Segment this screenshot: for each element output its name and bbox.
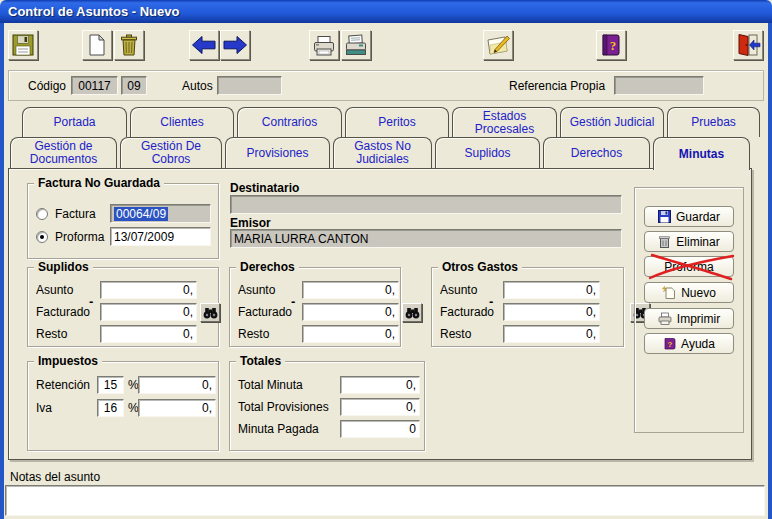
- suplidos-resto-field[interactable]: 0,: [100, 325, 197, 343]
- derechos-resto-field[interactable]: 0,: [302, 325, 399, 343]
- suplidos-group: Suplidos Asunto 0, Facturado 0, Resto 0,: [27, 267, 219, 347]
- emisor-label: Emisor: [230, 216, 271, 230]
- derechos-search-button[interactable]: [402, 303, 422, 322]
- retencion-pct-field[interactable]: 15: [97, 376, 124, 394]
- proforma-radio[interactable]: [36, 231, 48, 243]
- eliminar-button[interactable]: Eliminar: [644, 231, 734, 252]
- new-page-small-icon: [662, 286, 676, 299]
- tab-minutas[interactable]: Minutas: [653, 137, 750, 170]
- tab-gestion-de-documentos[interactable]: Gestión de Documentos: [10, 137, 117, 168]
- total-minuta-field[interactable]: 0,: [340, 376, 420, 394]
- tab-clientes[interactable]: Clientes: [130, 107, 234, 137]
- otros-gastos-asunto-field[interactable]: 0,: [503, 281, 600, 299]
- svg-text:?: ?: [668, 340, 673, 349]
- otros-gastos-group-title: Otros Gastos: [438, 260, 522, 274]
- binoculars-icon: [405, 307, 420, 319]
- arrow-right-icon: [222, 33, 248, 57]
- guardar-button[interactable]: Guardar: [644, 206, 734, 227]
- derechos-facturado-field[interactable]: 0,: [302, 303, 399, 321]
- iva-label: Iva: [36, 401, 52, 415]
- suplidos-search-button[interactable]: [200, 303, 220, 322]
- proforma-label: Proforma: [664, 260, 713, 274]
- notepad-pencil-icon: [485, 32, 511, 58]
- help-book-small-icon: ?: [663, 337, 676, 350]
- codigo-label: Código: [28, 79, 66, 93]
- selected-text: 00064/09: [114, 207, 168, 221]
- print-preview-button[interactable]: [309, 30, 339, 60]
- referencia-propia-field[interactable]: [614, 76, 704, 95]
- destinatario-label: Destinatario: [230, 181, 299, 195]
- codigo-suffix-field[interactable]: 09: [121, 76, 147, 95]
- iva-amount-field[interactable]: 0,: [138, 399, 216, 417]
- trash-icon: [117, 33, 141, 57]
- factura-number-field[interactable]: 00064/09: [110, 204, 211, 223]
- referencia-propia-label: Referencia Propia: [509, 79, 605, 93]
- codigo-field[interactable]: 00117: [71, 76, 118, 95]
- new-record-button[interactable]: [82, 30, 112, 60]
- proforma-date-field[interactable]: 13/07/2009: [110, 227, 211, 246]
- factura-radio-label: Factura: [55, 207, 96, 221]
- previous-record-button[interactable]: [189, 30, 219, 60]
- printer-icon: [312, 33, 336, 57]
- sign-notes-button[interactable]: [483, 30, 513, 60]
- actions-panel: Guardar Eliminar Proforma: [634, 187, 744, 433]
- derechos-asunto-field[interactable]: 0,: [302, 281, 399, 299]
- impuestos-group: Impuestos Retención 15 % 0, Iva 16 % 0,: [27, 361, 219, 451]
- imprimir-button[interactable]: Imprimir: [644, 308, 734, 329]
- ayuda-label: Ayuda: [681, 337, 715, 351]
- tab-gestion-de-cobros[interactable]: Gestión De Cobros: [120, 137, 222, 168]
- tab-provisiones[interactable]: Provisiones: [225, 137, 330, 168]
- tab-pruebas[interactable]: Pruebas: [667, 107, 760, 137]
- derechos-group-title: Derechos: [236, 260, 299, 274]
- proforma-button[interactable]: Proforma: [644, 256, 734, 277]
- delete-record-button[interactable]: [114, 30, 144, 60]
- save-button[interactable]: [8, 30, 38, 60]
- minuta-pagada-field[interactable]: 0: [340, 420, 420, 438]
- ayuda-button[interactable]: ? Ayuda: [644, 333, 734, 354]
- guardar-label: Guardar: [676, 210, 720, 224]
- autos-field[interactable]: [217, 76, 282, 95]
- tab-derechos[interactable]: Derechos: [543, 137, 650, 168]
- exit-button[interactable]: [733, 30, 763, 60]
- nuevo-button[interactable]: Nuevo: [644, 282, 734, 303]
- iva-pct-field[interactable]: 16: [97, 399, 124, 417]
- tab-suplidos[interactable]: Suplidos: [435, 137, 540, 168]
- resto-label: Resto: [440, 327, 471, 341]
- total-minuta-label: Total Minuta: [238, 378, 303, 392]
- total-provisiones-label: Total Provisiones: [238, 400, 329, 414]
- window-border-right: [768, 23, 772, 519]
- title-bar[interactable]: Control de Asuntos - Nuevo: [0, 0, 772, 23]
- retencion-amount-field[interactable]: 0,: [138, 376, 216, 394]
- totales-group: Totales Total Minuta 0, Total Provisione…: [229, 361, 425, 451]
- tab-contrarios[interactable]: Contrarios: [237, 107, 342, 137]
- print-button[interactable]: [341, 30, 371, 60]
- binoculars-icon: [203, 307, 218, 319]
- suplidos-asunto-field[interactable]: 0,: [100, 281, 197, 299]
- emisor-field[interactable]: MARIA LURRA CANTON: [230, 229, 622, 248]
- tab-gestion-judicial[interactable]: Gestión Judicial: [560, 107, 664, 137]
- notas-del-asunto-label: Notas del asunto: [10, 470, 100, 484]
- delete-small-icon: [658, 235, 671, 248]
- tab-estados-procesales[interactable]: Estados Procesales: [452, 107, 557, 137]
- otros-gastos-resto-field[interactable]: 0,: [503, 325, 600, 343]
- blank-page-icon: [85, 33, 109, 57]
- notas-del-asunto-field[interactable]: [5, 485, 765, 516]
- facturado-label: Facturado: [36, 305, 90, 319]
- minuta-pagada-label: Minuta Pagada: [238, 422, 319, 436]
- suplidos-facturado-field[interactable]: 0,: [100, 303, 197, 321]
- tab-gastos-no-judiciales[interactable]: Gastos No Judiciales: [333, 137, 432, 168]
- otros-gastos-facturado-field[interactable]: 0,: [503, 303, 600, 321]
- help-button[interactable]: ?: [596, 30, 626, 60]
- tab-portada[interactable]: Portada: [22, 107, 127, 137]
- next-record-button[interactable]: [220, 30, 250, 60]
- window-border-left: [0, 23, 4, 519]
- printer-small-icon: [658, 312, 672, 325]
- total-provisiones-field[interactable]: 0,: [340, 398, 420, 416]
- eliminar-label: Eliminar: [676, 235, 719, 249]
- tab-peritos[interactable]: Peritos: [345, 107, 449, 137]
- factura-group: Factura No Guardada Factura 00064/09 Pro…: [27, 183, 219, 259]
- minus-sign: -: [89, 294, 93, 309]
- factura-radio[interactable]: [36, 208, 48, 220]
- destinatario-field[interactable]: [230, 195, 622, 214]
- derechos-group: Derechos Asunto 0, Facturado 0, Resto 0,: [229, 267, 401, 347]
